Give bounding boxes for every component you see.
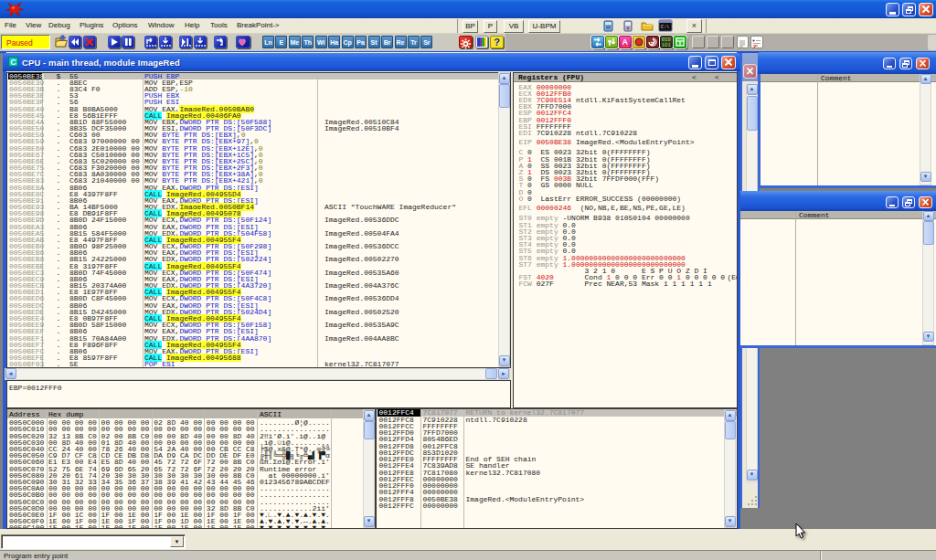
svg-text:C:\: C:\	[661, 25, 669, 30]
